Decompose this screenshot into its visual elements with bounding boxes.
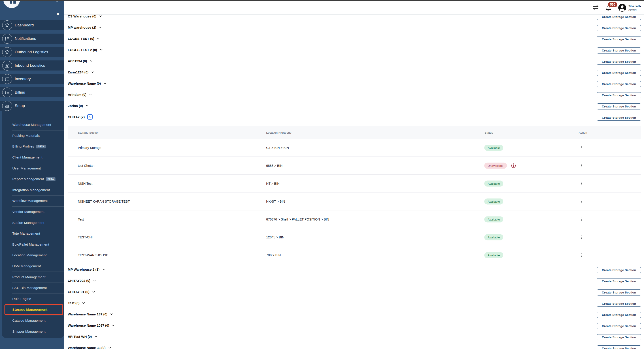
kebab-menu-icon[interactable] [580, 199, 582, 204]
chevron-down-icon[interactable] [112, 324, 115, 327]
create-storage-section-button[interactable]: Create Storage Section [597, 103, 641, 110]
create-storage-section-button[interactable]: Create Storage Section [597, 115, 641, 121]
create-storage-section-button[interactable]: Create Storage Section [597, 48, 641, 54]
create-storage-section-button[interactable]: Create Storage Section [597, 92, 641, 98]
sidebar-menu-item[interactable]: Outbound Logistics [0, 47, 64, 57]
warehouse-name: Zarin1234 (0) [68, 70, 88, 74]
submenu-item[interactable]: Warehouse Management [2, 119, 64, 130]
submenu-item[interactable]: Product Management [2, 271, 64, 282]
chevron-down-icon[interactable] [82, 301, 85, 305]
create-storage-section-button[interactable]: Create Storage Section [597, 289, 641, 295]
submenu-item[interactable]: Shipper Management [2, 326, 64, 337]
sidebar-menu-item[interactable]: Inbound Logistics [0, 61, 64, 71]
table-body: Primary Storage GT > BIN > BIN Available… [68, 139, 641, 264]
chevron-down-icon[interactable] [99, 15, 102, 18]
chevron-down-icon[interactable] [93, 279, 96, 282]
chevron-down-icon[interactable] [90, 59, 93, 63]
kebab-menu-icon[interactable] [580, 253, 582, 258]
location-hierarchy-cell: 12345 > BIN [266, 235, 284, 239]
warehouse-name: Test (0) [68, 301, 80, 305]
sidebar-menu-label: Inventory [15, 77, 31, 81]
sidebar-menu-item[interactable]: Billing [0, 87, 64, 97]
kebab-menu-icon[interactable] [580, 163, 582, 168]
action-cell [580, 235, 582, 240]
submenu-item-label: Packing Materials [12, 134, 40, 138]
chevron-down-icon[interactable] [94, 335, 98, 338]
create-storage-section-button[interactable]: Create Storage Section [597, 14, 641, 20]
create-storage-section-button[interactable]: Create Storage Section [597, 323, 641, 329]
submenu-item[interactable]: Report Management BETA [2, 174, 64, 185]
chevron-down-icon[interactable] [92, 290, 95, 293]
submenu-item[interactable]: Box/Pallet Management [2, 239, 64, 250]
kebab-menu-icon[interactable] [580, 145, 582, 150]
sidebar-collapse-icon[interactable]: « [56, 11, 60, 17]
user-menu[interactable]: Sharath ADMIN [618, 4, 641, 12]
create-storage-section-button[interactable]: Create Storage Section [597, 312, 641, 318]
submenu-item[interactable]: Tote Management [2, 228, 64, 239]
notifications-bell[interactable]: 550 [605, 4, 612, 11]
app-logo[interactable] [3, 0, 20, 8]
create-storage-section-button[interactable]: Create Storage Section [597, 345, 641, 349]
chevron-down-icon[interactable] [86, 104, 89, 108]
table-row: Primary Storage GT > BIN > BIN Available [68, 139, 641, 157]
action-cell [580, 181, 582, 186]
sidebar-menu-item[interactable]: Setup [0, 101, 64, 111]
create-storage-section-button[interactable]: Create Storage Section [597, 267, 641, 273]
submenu-item[interactable]: Packing Materials [2, 130, 64, 141]
create-storage-section-button[interactable]: Create Storage Section [597, 59, 641, 65]
submenu-item[interactable]: Station Management [2, 217, 64, 228]
submenu-item[interactable]: User Management [2, 163, 64, 174]
warehouse-row: CHITAY-01 (0) Create Storage Section [64, 286, 644, 297]
create-storage-section-button[interactable]: Create Storage Section [597, 70, 641, 76]
create-storage-section-button[interactable]: Create Storage Section [597, 278, 641, 284]
sidebar-menu-item[interactable]: Dashboard [0, 20, 64, 30]
submenu-item[interactable]: Storage Management [2, 304, 64, 315]
warehouse-row: Warehouse Name 187 (0) Create Storage Se… [64, 308, 644, 320]
warehouse-list-bottom: MP Warehouse 2 (1) Create Storage Sectio… [64, 264, 644, 349]
create-storage-section-button[interactable]: Create Storage Section [597, 25, 641, 31]
chevron-down-icon[interactable] [100, 48, 103, 52]
create-storage-section-button[interactable]: Create Storage Section [597, 334, 641, 340]
swap-arrows-icon[interactable] [592, 5, 599, 11]
chevron-down-icon[interactable] [108, 346, 112, 349]
sidebar-menu-label: Outbound Logistics [15, 50, 48, 54]
submenu-item[interactable]: UoM Management [2, 261, 64, 272]
create-storage-section-button[interactable]: Create Storage Section [597, 81, 641, 87]
chevron-down-icon[interactable] [102, 268, 105, 271]
sidebar-menu-item[interactable]: Notifications [0, 34, 64, 44]
submenu-item[interactable]: Location Management [2, 250, 64, 261]
chevron-down-icon[interactable] [99, 26, 102, 29]
submenu-item[interactable]: Billing Profiles BETA [2, 141, 64, 152]
submenu-item[interactable]: Integration Management [2, 185, 64, 196]
chevron-down-icon[interactable] [97, 37, 100, 40]
status-cell: Available [484, 216, 503, 222]
sidebar-menu-item[interactable]: Inventory [0, 74, 64, 84]
chevron-down-icon[interactable] [91, 71, 94, 74]
storage-section-cell: test Chetan [78, 164, 94, 167]
submenu-item[interactable]: Workflow Management [2, 195, 64, 206]
create-storage-section-button[interactable]: Create Storage Section [597, 36, 641, 42]
warehouse-row: MP warehouse (2) Create Storage Section [64, 22, 644, 33]
submenu-item-label: Shipper Management [12, 329, 46, 333]
submenu-item[interactable]: Vendor Management [2, 206, 64, 217]
submenu-item[interactable]: Rule Engine [2, 293, 64, 304]
chevron-down-icon[interactable] [110, 312, 113, 316]
info-icon[interactable] [511, 163, 516, 168]
submenu-item[interactable]: Client Management [2, 152, 64, 163]
submenu-item[interactable]: Catalog Management [2, 315, 64, 326]
submenu-item-label: SKU-Bin Management [12, 286, 47, 290]
kebab-menu-icon[interactable] [580, 217, 582, 222]
submenu-item[interactable]: SKU-Bin Management [2, 282, 64, 293]
column-header-status: Status [484, 131, 493, 134]
chevron-up-icon[interactable] [87, 114, 92, 120]
create-storage-section-button[interactable]: Create Storage Section [597, 301, 641, 307]
warehouse-row: Warehouse Name 1097 (0) Create Storage S… [64, 320, 644, 331]
chevron-down-icon[interactable] [89, 93, 92, 96]
warehouse-row: Warehouse Name (0) Create Storage Sectio… [64, 78, 644, 89]
warehouse-row: CHITAY002 (0) Create Storage Section [64, 275, 644, 286]
chevron-down-icon[interactable] [103, 82, 107, 85]
kebab-menu-icon[interactable] [580, 235, 582, 240]
warehouse-row: Zarina (0) Create Storage Section [64, 100, 644, 111]
warehouse-row: LOGES-TEST (0) Create Storage Section [64, 33, 644, 44]
kebab-menu-icon[interactable] [580, 181, 582, 186]
